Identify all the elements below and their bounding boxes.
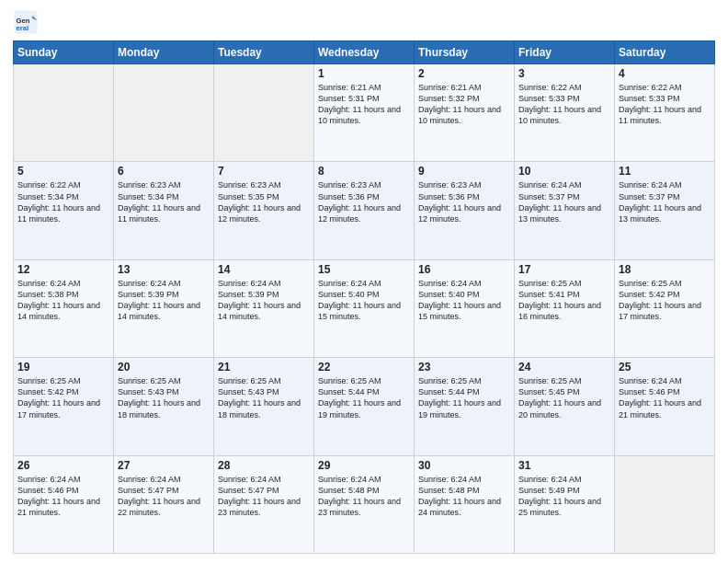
day-number: 6 [118, 165, 210, 178]
logo-icon: Gen eral [13, 9, 39, 35]
calendar-cell: 28Sunrise: 6:24 AM Sunset: 5:47 PM Dayli… [214, 455, 314, 553]
calendar-cell: 8Sunrise: 6:23 AM Sunset: 5:36 PM Daylig… [314, 162, 415, 259]
day-number: 9 [418, 165, 510, 178]
day-number: 5 [17, 165, 109, 178]
calendar-cell: 11Sunrise: 6:24 AM Sunset: 5:37 PM Dayli… [615, 162, 715, 259]
day-number: 4 [619, 67, 711, 80]
day-info: Sunrise: 6:23 AM Sunset: 5:35 PM Dayligh… [218, 179, 310, 224]
day-info: Sunrise: 6:24 AM Sunset: 5:49 PM Dayligh… [518, 474, 610, 519]
weekday-header-tuesday: Tuesday [214, 41, 314, 64]
weekday-header-friday: Friday [515, 41, 615, 64]
calendar-cell: 12Sunrise: 6:24 AM Sunset: 5:38 PM Dayli… [14, 259, 114, 357]
day-info: Sunrise: 6:24 AM Sunset: 5:37 PM Dayligh… [518, 179, 610, 224]
day-number: 26 [17, 459, 109, 472]
calendar-cell: 2Sunrise: 6:21 AM Sunset: 5:32 PM Daylig… [415, 64, 515, 162]
day-number: 30 [418, 459, 510, 472]
weekday-header-monday: Monday [114, 41, 214, 64]
day-info: Sunrise: 6:23 AM Sunset: 5:36 PM Dayligh… [318, 179, 410, 224]
calendar-week-row: 5Sunrise: 6:22 AM Sunset: 5:34 PM Daylig… [14, 162, 715, 259]
day-number: 24 [518, 361, 610, 373]
day-info: Sunrise: 6:24 AM Sunset: 5:40 PM Dayligh… [418, 278, 510, 323]
day-info: Sunrise: 6:22 AM Sunset: 5:34 PM Dayligh… [17, 179, 109, 224]
day-info: Sunrise: 6:24 AM Sunset: 5:37 PM Dayligh… [619, 179, 711, 224]
day-info: Sunrise: 6:25 AM Sunset: 5:41 PM Dayligh… [518, 278, 610, 323]
calendar-cell: 13Sunrise: 6:24 AM Sunset: 5:39 PM Dayli… [114, 259, 214, 357]
day-info: Sunrise: 6:25 AM Sunset: 5:42 PM Dayligh… [619, 278, 711, 323]
calendar-cell [114, 64, 214, 162]
day-info: Sunrise: 6:24 AM Sunset: 5:46 PM Dayligh… [619, 375, 711, 420]
calendar-cell: 16Sunrise: 6:24 AM Sunset: 5:40 PM Dayli… [415, 259, 515, 357]
day-number: 18 [619, 263, 711, 276]
calendar-cell: 19Sunrise: 6:25 AM Sunset: 5:42 PM Dayli… [14, 358, 114, 455]
day-number: 21 [218, 361, 310, 373]
day-number: 29 [318, 459, 410, 472]
day-info: Sunrise: 6:21 AM Sunset: 5:31 PM Dayligh… [318, 82, 410, 127]
calendar-cell: 27Sunrise: 6:24 AM Sunset: 5:47 PM Dayli… [114, 455, 214, 553]
day-info: Sunrise: 6:24 AM Sunset: 5:39 PM Dayligh… [118, 278, 210, 323]
calendar-cell: 4Sunrise: 6:22 AM Sunset: 5:33 PM Daylig… [615, 64, 715, 162]
calendar-cell: 23Sunrise: 6:25 AM Sunset: 5:44 PM Dayli… [415, 358, 515, 455]
calendar-table: SundayMondayTuesdayWednesdayThursdayFrid… [13, 40, 715, 554]
day-info: Sunrise: 6:25 AM Sunset: 5:45 PM Dayligh… [518, 375, 610, 420]
calendar-cell: 5Sunrise: 6:22 AM Sunset: 5:34 PM Daylig… [14, 162, 114, 259]
calendar-cell [615, 455, 715, 553]
calendar-cell: 29Sunrise: 6:24 AM Sunset: 5:48 PM Dayli… [314, 455, 415, 553]
calendar-header: SundayMondayTuesdayWednesdayThursdayFrid… [14, 41, 715, 64]
calendar-cell [14, 64, 114, 162]
calendar-week-row: 1Sunrise: 6:21 AM Sunset: 5:31 PM Daylig… [14, 64, 715, 162]
calendar-cell: 14Sunrise: 6:24 AM Sunset: 5:39 PM Dayli… [214, 259, 314, 357]
day-number: 20 [118, 361, 210, 373]
day-info: Sunrise: 6:24 AM Sunset: 5:47 PM Dayligh… [218, 474, 310, 519]
day-info: Sunrise: 6:25 AM Sunset: 5:43 PM Dayligh… [218, 375, 310, 420]
day-info: Sunrise: 6:24 AM Sunset: 5:47 PM Dayligh… [118, 474, 210, 519]
logo: Gen eral [13, 9, 40, 35]
day-number: 8 [318, 165, 410, 178]
calendar-cell: 22Sunrise: 6:25 AM Sunset: 5:44 PM Dayli… [314, 358, 415, 455]
day-info: Sunrise: 6:24 AM Sunset: 5:40 PM Dayligh… [318, 278, 410, 323]
svg-text:eral: eral [17, 24, 29, 32]
weekday-header-saturday: Saturday [615, 41, 715, 64]
day-number: 2 [418, 67, 510, 80]
calendar-cell: 31Sunrise: 6:24 AM Sunset: 5:49 PM Dayli… [515, 455, 615, 553]
day-info: Sunrise: 6:22 AM Sunset: 5:33 PM Dayligh… [518, 82, 610, 127]
calendar-cell: 9Sunrise: 6:23 AM Sunset: 5:36 PM Daylig… [415, 162, 515, 259]
day-info: Sunrise: 6:24 AM Sunset: 5:38 PM Dayligh… [17, 278, 109, 323]
calendar-cell: 21Sunrise: 6:25 AM Sunset: 5:43 PM Dayli… [214, 358, 314, 455]
calendar-cell: 15Sunrise: 6:24 AM Sunset: 5:40 PM Dayli… [314, 259, 415, 357]
day-info: Sunrise: 6:24 AM Sunset: 5:48 PM Dayligh… [418, 474, 510, 519]
calendar-cell: 3Sunrise: 6:22 AM Sunset: 5:33 PM Daylig… [515, 64, 615, 162]
day-number: 1 [318, 67, 410, 80]
calendar-cell: 10Sunrise: 6:24 AM Sunset: 5:37 PM Dayli… [515, 162, 615, 259]
calendar-week-row: 12Sunrise: 6:24 AM Sunset: 5:38 PM Dayli… [14, 259, 715, 357]
day-number: 13 [118, 263, 210, 276]
calendar-cell: 6Sunrise: 6:23 AM Sunset: 5:34 PM Daylig… [114, 162, 214, 259]
day-info: Sunrise: 6:23 AM Sunset: 5:36 PM Dayligh… [418, 179, 510, 224]
day-number: 11 [619, 165, 711, 178]
day-info: Sunrise: 6:23 AM Sunset: 5:34 PM Dayligh… [118, 179, 210, 224]
calendar-body: 1Sunrise: 6:21 AM Sunset: 5:31 PM Daylig… [14, 64, 715, 554]
day-number: 17 [518, 263, 610, 276]
weekday-header-row: SundayMondayTuesdayWednesdayThursdayFrid… [14, 41, 715, 64]
weekday-header-sunday: Sunday [14, 41, 114, 64]
day-number: 15 [318, 263, 410, 276]
day-number: 7 [218, 165, 310, 178]
day-info: Sunrise: 6:25 AM Sunset: 5:43 PM Dayligh… [118, 375, 210, 420]
day-number: 12 [17, 263, 109, 276]
calendar-cell: 7Sunrise: 6:23 AM Sunset: 5:35 PM Daylig… [214, 162, 314, 259]
day-number: 23 [418, 361, 510, 373]
day-number: 10 [518, 165, 610, 178]
calendar-cell: 25Sunrise: 6:24 AM Sunset: 5:46 PM Dayli… [615, 358, 715, 455]
calendar-cell: 30Sunrise: 6:24 AM Sunset: 5:48 PM Dayli… [415, 455, 515, 553]
day-number: 19 [17, 361, 109, 373]
page: Gen eral SundayMondayTuesdayWednesdayThu… [0, 0, 728, 563]
day-number: 14 [218, 263, 310, 276]
day-number: 3 [518, 67, 610, 80]
calendar-cell: 18Sunrise: 6:25 AM Sunset: 5:42 PM Dayli… [615, 259, 715, 357]
day-info: Sunrise: 6:22 AM Sunset: 5:33 PM Dayligh… [619, 82, 711, 127]
day-info: Sunrise: 6:25 AM Sunset: 5:44 PM Dayligh… [418, 375, 510, 420]
day-number: 16 [418, 263, 510, 276]
header: Gen eral [13, 9, 715, 35]
calendar-cell: 1Sunrise: 6:21 AM Sunset: 5:31 PM Daylig… [314, 64, 415, 162]
calendar-cell: 20Sunrise: 6:25 AM Sunset: 5:43 PM Dayli… [114, 358, 214, 455]
calendar-cell: 17Sunrise: 6:25 AM Sunset: 5:41 PM Dayli… [515, 259, 615, 357]
